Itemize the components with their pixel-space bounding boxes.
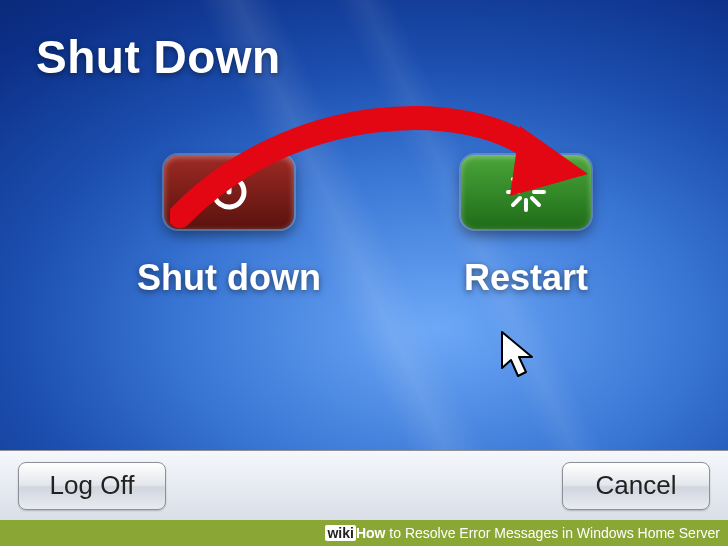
restart-icon	[503, 169, 549, 215]
dialog-button-bar: Log Off Cancel	[0, 450, 728, 520]
cursor-icon	[500, 330, 534, 378]
svg-line-9	[513, 198, 520, 205]
watermark-brand-prefix: wiki	[325, 525, 355, 541]
svg-marker-11	[502, 332, 532, 376]
cancel-button[interactable]: Cancel	[562, 462, 710, 510]
shutdown-dialog-screen: Shut Down Shut down	[0, 0, 728, 546]
watermark-text: to Resolve Error Messages in Windows Hom…	[385, 525, 720, 541]
power-icon	[207, 170, 251, 214]
shutdown-button[interactable]	[164, 155, 294, 229]
restart-button[interactable]	[461, 155, 591, 229]
svg-line-6	[513, 179, 520, 186]
svg-line-7	[532, 198, 539, 205]
wikihow-watermark: wikiHow to Resolve Error Messages in Win…	[0, 520, 728, 546]
shutdown-options: Shut down	[0, 155, 728, 299]
restart-label: Restart	[464, 257, 588, 299]
watermark-brand-suffix: How	[356, 525, 386, 541]
shutdown-label: Shut down	[137, 257, 321, 299]
svg-line-8	[532, 179, 539, 186]
logoff-button[interactable]: Log Off	[18, 462, 166, 510]
restart-option[interactable]: Restart	[461, 155, 591, 299]
shutdown-option[interactable]: Shut down	[137, 155, 321, 299]
dialog-title: Shut Down	[36, 30, 281, 84]
